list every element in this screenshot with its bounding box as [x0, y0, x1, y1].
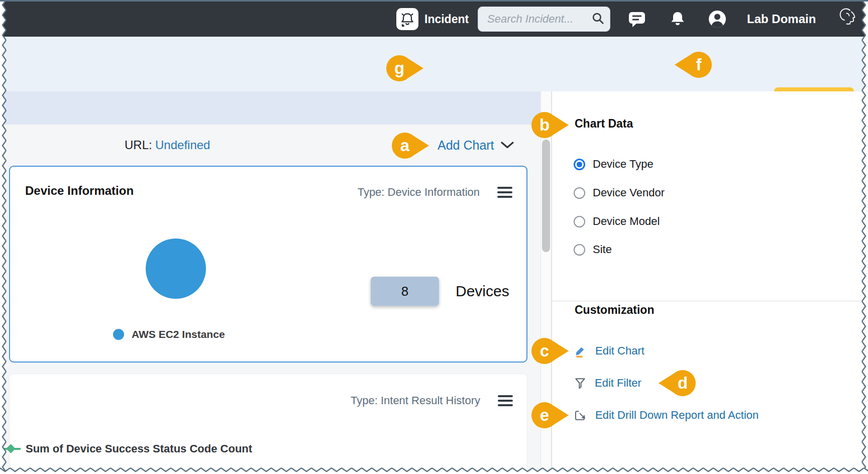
- callout-b: b: [531, 112, 558, 138]
- add-chart-button[interactable]: Add Chart: [438, 125, 514, 166]
- drill-down-icon: [574, 409, 587, 422]
- netbrain-logo-icon: [836, 2, 860, 37]
- edit-drill-down-link[interactable]: Edit Drill Down Report and Action: [574, 407, 758, 424]
- device-information-card: Device Information Type: Device Informat…: [9, 166, 527, 363]
- funnel-icon: [574, 377, 587, 390]
- radio-icon: [574, 187, 585, 199]
- search-input[interactable]: [486, 12, 591, 26]
- callout-a: a: [392, 133, 418, 159]
- hamburger-menu-icon[interactable]: [498, 395, 513, 406]
- radio-device-type[interactable]: Device Type: [574, 156, 654, 173]
- card-type-label: Type: Device Information: [358, 186, 480, 199]
- legend-label: AWS EC2 Instance: [132, 328, 225, 340]
- user-icon[interactable]: [708, 2, 727, 37]
- bell-icon[interactable]: [669, 2, 687, 37]
- top-navigation-bar: Incident: [2, 2, 866, 37]
- callout-e: e: [531, 402, 558, 428]
- card-title: Device Information: [25, 184, 134, 198]
- callout-d: d: [670, 370, 696, 396]
- series-label: Sum of Device Success Status Code Count: [26, 442, 252, 455]
- app-title: Incident: [424, 2, 469, 37]
- radio-site[interactable]: Site: [574, 241, 612, 258]
- domain-label: Lab Domain: [747, 2, 816, 37]
- incident-bell-icon: [396, 8, 418, 30]
- device-count-box: 8: [371, 277, 439, 306]
- edit-filter-link[interactable]: Edit Filter: [574, 375, 641, 392]
- pencil-icon: [574, 344, 587, 358]
- radio-device-vendor[interactable]: Device Vendor: [574, 184, 665, 201]
- radio-device-model[interactable]: Device Model: [574, 213, 660, 230]
- magnifier-icon[interactable]: [591, 12, 605, 27]
- chat-icon[interactable]: [627, 2, 646, 37]
- radio-icon: [574, 159, 585, 170]
- panel-divider: [552, 301, 866, 301]
- legend-dot: [113, 329, 124, 340]
- callout-f: f: [686, 52, 712, 78]
- url-value-link[interactable]: Undefined: [155, 125, 210, 166]
- chevron-down-icon: [500, 141, 514, 149]
- edit-chart-link[interactable]: Edit Chart: [574, 342, 644, 360]
- incident-search-box: [478, 7, 610, 32]
- url-label: URL:: [125, 125, 152, 166]
- scrollbar-thumb[interactable]: [542, 140, 550, 252]
- intent-result-history-card: Type: Intent Result History Sum of Devic…: [9, 374, 527, 474]
- callout-g: g: [386, 55, 412, 81]
- dashboard-header-band: [2, 91, 540, 125]
- pie-legend: AWS EC2 Instance: [113, 328, 225, 340]
- screenshot-root: Incident: [0, 0, 868, 474]
- series-legend: Sum of Device Success Status Code Count: [2, 442, 252, 455]
- chart-data-heading: Chart Data: [575, 117, 633, 131]
- url-row: URL: Undefined Add Chart: [2, 125, 540, 166]
- line-series-marker-icon: [2, 448, 21, 450]
- radio-icon: [574, 244, 585, 256]
- callout-c: c: [531, 338, 558, 364]
- hamburger-menu-icon[interactable]: [497, 187, 512, 198]
- device-type-pie-chart: [146, 239, 206, 299]
- radio-icon: [574, 216, 585, 227]
- device-unit-label: Devices: [456, 277, 509, 306]
- chart-settings-panel: Chart Data Device Type Device Vendor Dev…: [552, 91, 866, 474]
- card-type-label: Type: Intent Result History: [351, 394, 480, 407]
- editor-action-bar: Manage Input Alert Notification Close Sa…: [2, 37, 866, 91]
- customization-heading: Customization: [575, 303, 654, 317]
